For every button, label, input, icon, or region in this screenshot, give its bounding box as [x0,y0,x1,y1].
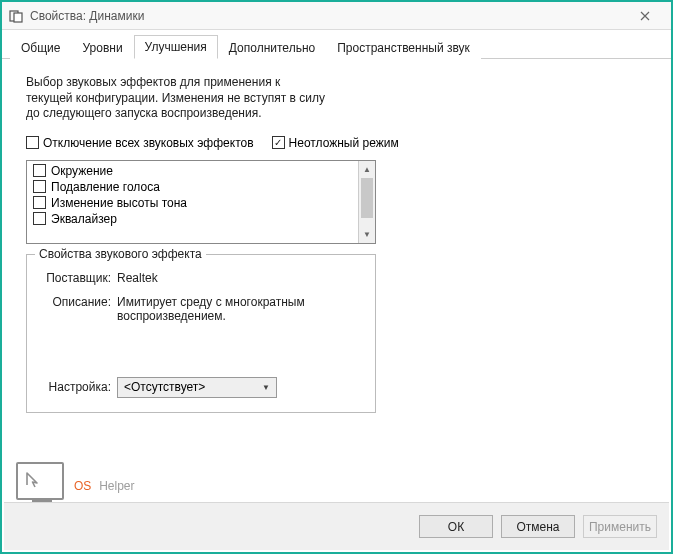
effect-label: Эквалайзер [51,212,117,226]
window-frame: Свойства: Динамики Общие Уровни Улучшени… [0,0,673,554]
watermark-helper: Helper [99,479,134,493]
tab-content: Выбор звуковых эффектов для применения к… [2,59,671,429]
checkbox-effect[interactable] [33,196,46,209]
app-icon [8,8,24,24]
label-immediate-mode: Неотложный режим [289,136,399,150]
checkbox-effect[interactable] [33,180,46,193]
ok-button[interactable]: ОК [419,515,493,538]
apply-button[interactable]: Применить [583,515,657,538]
checkbox-effect[interactable] [33,212,46,225]
toggle-row: Отключение всех звуковых эффектов Неотло… [26,136,647,150]
tab-strip: Общие Уровни Улучшения Дополнительно Про… [2,30,671,59]
effect-label: Изменение высоты тона [51,196,187,210]
description-text: Выбор звуковых эффектов для применения к… [26,75,326,122]
watermark-monitor-icon [16,462,64,500]
checkbox-immediate-mode[interactable] [272,136,285,149]
watermark: OS Helper [16,462,134,500]
watermark-text: OS Helper [74,465,134,497]
chevron-down-icon: ▼ [262,383,270,392]
tab-advanced[interactable]: Дополнительно [218,36,326,59]
tab-general[interactable]: Общие [10,36,71,59]
watermark-os: OS [74,479,91,493]
effect-label: Окружение [51,164,113,178]
close-button[interactable] [625,4,665,28]
description-label: Описание: [39,295,117,323]
close-icon [640,11,650,21]
list-item[interactable]: Окружение [31,163,371,179]
setting-label: Настройка: [39,380,117,394]
scroll-up-icon[interactable]: ▲ [359,161,375,178]
scroll-thumb[interactable] [361,178,373,218]
vendor-label: Поставщик: [39,271,117,285]
dropdown-value: <Отсутствует> [124,380,205,394]
effect-properties-group: Свойства звукового эффекта Поставщик: Re… [26,254,376,413]
svg-rect-1 [14,13,22,22]
description-value: Имитирует среду с многократным воспроизв… [117,295,363,323]
vendor-value: Realtek [117,271,363,285]
effect-label: Подавление голоса [51,180,160,194]
tab-spatial[interactable]: Пространственный звук [326,36,481,59]
window-title: Свойства: Динамики [30,9,625,23]
setting-dropdown[interactable]: <Отсутствует> ▼ [117,377,277,398]
scroll-track[interactable] [359,218,375,226]
cursor-icon [24,470,42,488]
scrollbar[interactable]: ▲ ▼ [358,161,375,243]
label-disable-all: Отключение всех звуковых эффектов [43,136,254,150]
list-item[interactable]: Подавление голоса [31,179,371,195]
checkbox-disable-all[interactable] [26,136,39,149]
group-title: Свойства звукового эффекта [35,247,206,261]
list-item[interactable]: Изменение высоты тона [31,195,371,211]
effects-listbox[interactable]: Окружение Подавление голоса Изменение вы… [26,160,376,244]
button-bar: ОК Отмена Применить [4,502,669,550]
checkbox-effect[interactable] [33,164,46,177]
cancel-button[interactable]: Отмена [501,515,575,538]
tab-levels[interactable]: Уровни [71,36,133,59]
scroll-down-icon[interactable]: ▼ [359,226,375,243]
tab-enhancements[interactable]: Улучшения [134,35,218,59]
titlebar: Свойства: Динамики [2,2,671,30]
list-item[interactable]: Эквалайзер [31,211,371,227]
